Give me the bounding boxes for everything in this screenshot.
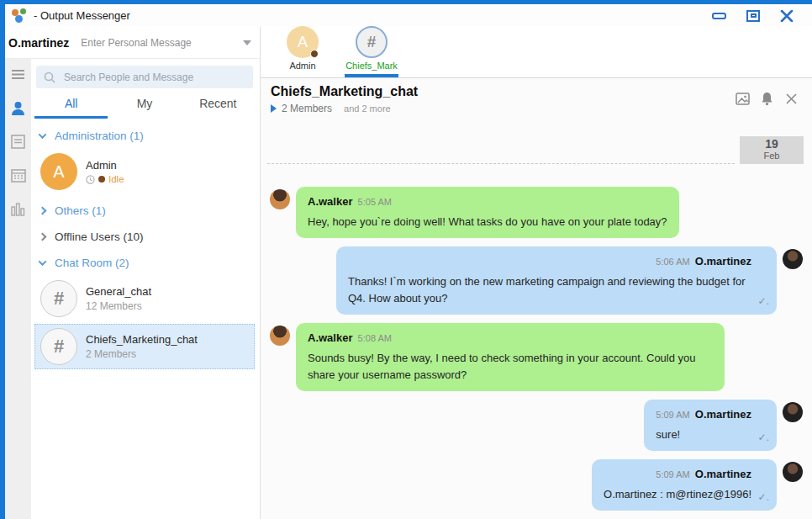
timestamp: 5:08 AM — [358, 333, 392, 343]
nav-rail — [5, 59, 31, 519]
message-header: A.walker 5:05 AM — [308, 193, 667, 210]
chevron-down-icon — [39, 130, 47, 139]
sidebar-tabs: AllMyRecent — [34, 93, 255, 119]
contact-item-admin[interactable]: AAdminIdle — [34, 149, 255, 194]
message-text: Hey, hope you`re doing well! What tasks … — [308, 214, 667, 230]
chat-tab-admin[interactable]: AAdmin — [276, 26, 330, 77]
contacts-icon[interactable] — [10, 100, 26, 116]
contact-name: Admin — [86, 159, 124, 172]
group-header-administration-1[interactable]: Administration (1) — [34, 122, 255, 148]
message-header: 5:09 AM O.martinez — [656, 406, 751, 423]
more-members[interactable]: and 2 more — [344, 103, 391, 114]
avatar — [270, 189, 290, 209]
message-header: 5:09 AM O.martinez — [604, 466, 751, 483]
close-chat-icon[interactable] — [783, 91, 799, 106]
group-label: Chat Room (2) — [55, 257, 129, 269]
stats-icon[interactable] — [10, 201, 26, 217]
chat-panel: AAdmin#Chiefs_Mark Chiefs_Marketing_chat… — [261, 27, 812, 519]
picture-icon[interactable] — [735, 91, 750, 106]
contact-status: Idle — [86, 174, 124, 184]
delivered-check-icon: ✓. — [758, 293, 769, 310]
message-text: O.martinez : m@rtinez@1996! — [604, 486, 751, 503]
members-count[interactable]: 2 Members — [282, 103, 332, 114]
sender-name: A.walker — [308, 331, 352, 344]
sidebar-tab-all[interactable]: All — [34, 93, 108, 119]
group-header-chat-room-2[interactable]: Chat Room (2) — [34, 249, 255, 275]
search-box[interactable] — [36, 66, 253, 88]
chevron-right-icon — [39, 207, 47, 215]
room-name: Chiefs_Marketing_chat — [86, 333, 198, 346]
timestamp: 5:05 AM — [358, 197, 392, 207]
message-row: 5:09 AM O.martinezsure!✓. — [261, 400, 812, 451]
message-row: 5:09 AM O.martinezO.martinez : m@rtinez@… — [261, 459, 812, 511]
calendar-icon[interactable] — [10, 167, 26, 183]
timestamp: 5:09 AM — [656, 410, 689, 420]
date-divider-line — [267, 163, 735, 164]
members-expand-icon[interactable] — [271, 104, 277, 113]
chevron-right-icon — [39, 233, 47, 241]
clock-icon — [86, 175, 95, 184]
date-divider: 19 Feb — [267, 136, 804, 164]
maximize-button[interactable] — [746, 10, 760, 22]
current-username: O.martinez — [8, 36, 69, 50]
sender-name: O.martinez — [695, 468, 751, 480]
message-text: sure! — [656, 426, 751, 443]
avatar: A — [287, 26, 319, 58]
delivered-check-icon: ✓. — [758, 429, 769, 446]
idle-status-dot — [98, 176, 105, 183]
close-window-icon[interactable] — [780, 10, 794, 22]
avatar — [783, 249, 803, 269]
app-logo-icon — [12, 8, 29, 24]
sidebar-tab-my[interactable]: My — [108, 93, 181, 119]
room-info: General_chat12 Members — [86, 285, 151, 312]
contact-info: AdminIdle — [86, 159, 124, 184]
contact-list-panel: AllMyRecent Administration (1)AAdminIdle… — [31, 59, 260, 519]
chat-title: Chiefs_Marketing_chat — [271, 84, 418, 99]
status-text: Idle — [108, 174, 124, 184]
personal-message-caret-icon[interactable] — [243, 40, 251, 45]
sender-name: A.walker — [308, 195, 352, 208]
message-bubble[interactable]: 5:06 AM O.martinezThanks! I`m working on… — [336, 246, 777, 315]
window-title: - Output Messenger — [34, 9, 130, 22]
room-hash-icon: # — [40, 328, 77, 365]
date-badge: 19 Feb — [740, 136, 804, 164]
group-header-offline-users-10[interactable]: Offline Users (10) — [34, 223, 255, 249]
user-bar: O.martinez — [5, 27, 260, 59]
left-panel: O.martinez — [5, 27, 261, 519]
title-bar: - Output Messenger — [5, 4, 812, 27]
message-text: Thanks! I`m working on the new marketing… — [348, 273, 751, 307]
room-members: 2 Members — [86, 348, 198, 360]
avatar: A — [40, 153, 77, 190]
avatar — [783, 462, 803, 482]
message-row: 5:06 AM O.martinezThanks! I`m working on… — [261, 246, 812, 315]
room-item-chiefs-marketing-chat[interactable]: #Chiefs_Marketing_chat2 Members — [34, 324, 255, 369]
notes-icon[interactable] — [10, 134, 26, 150]
bell-icon[interactable] — [759, 91, 774, 106]
chat-header: Chiefs_Marketing_chat 2 Members and 2 mo… — [261, 78, 812, 119]
group-header-others-1[interactable]: Others (1) — [34, 197, 255, 223]
message-row: A.walker 5:05 AMHey, hope you`re doing w… — [261, 187, 812, 238]
chevron-down-icon — [39, 257, 47, 266]
message-bubble[interactable]: 5:09 AM O.martinezsure!✓. — [644, 400, 777, 451]
room-item-general-chat[interactable]: #General_chat12 Members — [34, 276, 255, 321]
timestamp: 5:06 AM — [656, 257, 689, 267]
minimize-button[interactable] — [712, 13, 726, 19]
message-row: A.walker 5:08 AMSounds busy! By the way,… — [261, 323, 812, 391]
message-bubble[interactable]: A.walker 5:05 AMHey, hope you`re doing w… — [296, 187, 679, 238]
sidebar-tab-recent[interactable]: Recent — [182, 93, 255, 119]
message-area[interactable]: 19 Feb A.walker 5:05 AMHey, hope you`re … — [261, 119, 812, 519]
message-text: Sounds busy! By the way, I need to check… — [308, 350, 713, 384]
group-label: Offline Users (10) — [55, 230, 144, 243]
idle-status-dot — [310, 50, 319, 58]
group-label: Administration (1) — [55, 130, 144, 142]
personal-message-input[interactable] — [79, 36, 240, 50]
message-bubble[interactable]: A.walker 5:08 AMSounds busy! By the way,… — [296, 323, 725, 391]
search-input[interactable] — [62, 71, 245, 84]
message-list: A.walker 5:05 AMHey, hope you`re doing w… — [261, 187, 812, 511]
message-bubble[interactable]: 5:09 AM O.martinezO.martinez : m@rtinez@… — [592, 459, 777, 511]
chat-tab-chiefs-mark[interactable]: #Chiefs_Mark — [345, 26, 398, 77]
timestamp: 5:09 AM — [656, 469, 689, 479]
menu-icon[interactable] — [10, 66, 26, 82]
search-icon — [44, 71, 55, 83]
chat-tab-label: Chiefs_Mark — [345, 61, 398, 71]
